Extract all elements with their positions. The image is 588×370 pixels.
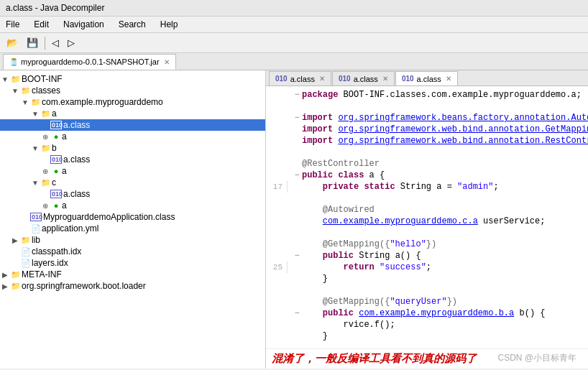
tree-node-c-folder[interactable]: ▼ 📁 c <box>0 177 265 188</box>
tree-node-c-aclass[interactable]: 010 a.class <box>0 188 265 200</box>
folder-icon: 📁 <box>40 109 52 119</box>
class-icon: 010 <box>50 121 62 129</box>
tree-node-a-folder[interactable]: ▼ 📁 a <box>0 108 265 119</box>
code-content: import org.springframework.web.bind.anno… <box>302 135 588 147</box>
code-line-import3: import org.springframework.web.bind.anno… <box>266 135 588 147</box>
tree-node-c-green[interactable]: ⊕ ● a <box>0 200 265 211</box>
code-content: import org.springframework.beans.factory… <box>302 112 588 124</box>
code-line-blank5 <box>266 285 588 296</box>
code-content: public com.example.myproguarddemo.b.a b(… <box>302 307 588 319</box>
green-icon: ● <box>50 201 62 210</box>
code-content <box>302 285 588 296</box>
watermark: CSDN @小目标青年 <box>497 352 576 364</box>
menu-navigation[interactable]: Navigation <box>60 18 107 31</box>
save-button[interactable]: 💾 <box>23 35 42 50</box>
code-line-restcontroller: @RestController <box>266 158 588 170</box>
line-toggle[interactable]: − <box>292 170 302 181</box>
code-content: package BOOT-INF.classes.com.example.myp… <box>302 89 588 101</box>
tree-panel[interactable]: ▼ 📁 BOOT-INF ▼ 📁 classes ▼ 📁 com.example… <box>0 70 266 369</box>
node-label: layers.idx <box>32 258 68 268</box>
code-line-import1: − import org.springframework.beans.facto… <box>266 112 588 124</box>
tree-node-a-green[interactable]: ⊕ ● a <box>0 131 265 142</box>
code-line-userservice: com.example.myproguarddemo.c.a userServi… <box>266 216 588 227</box>
expand-icon[interactable]: ▶ <box>0 271 10 279</box>
class-icon: 010 <box>50 190 62 198</box>
code-area[interactable]: − package BOOT-INF.classes.com.example.m… <box>266 86 588 348</box>
expand-icon[interactable]: ▼ <box>20 98 30 106</box>
annotation-text: 混淆了，一般反编译工具看不到真的源码了 <box>272 352 477 364</box>
line-toggle[interactable]: − <box>292 112 302 124</box>
node-label: b <box>52 143 57 153</box>
folder-icon: 📁 <box>40 178 52 188</box>
node-label: a <box>62 166 67 176</box>
line-toggle[interactable]: − <box>292 250 302 262</box>
back-button[interactable]: ◁ <box>48 35 63 50</box>
file-tab-jar[interactable]: 🫙 myproguarddemo-0.0.1-SNAPSHOT.jar ✕ <box>3 54 176 70</box>
menu-file[interactable]: File <box>3 18 22 31</box>
folder-icon: 📁 <box>10 282 22 291</box>
tree-node-classpath[interactable]: 📄 classpath.idx <box>0 246 265 257</box>
expand-icon[interactable]: ▶ <box>0 282 10 290</box>
tree-node-yml[interactable]: 📄 application.yml <box>0 223 265 234</box>
tree-node-app-class[interactable]: 010 MyproguarddemoApplication.class <box>0 211 265 223</box>
file-icon: 📄 <box>20 259 32 268</box>
line-number: 17 <box>266 181 288 193</box>
menu-search[interactable]: Search <box>116 18 149 31</box>
line-toggle[interactable]: − <box>292 89 302 101</box>
toolbar-separator <box>45 37 45 50</box>
class-icon: 010 <box>50 155 62 164</box>
tree-node-b-aclass[interactable]: 010 a.class <box>0 154 265 165</box>
tree-node-b-green[interactable]: ⊕ ● a <box>0 165 265 177</box>
expand-icon[interactable]: ⊕ <box>40 133 50 141</box>
expand-icon[interactable]: ▼ <box>30 179 40 187</box>
expand-icon[interactable]: ▶ <box>10 236 20 244</box>
tree-node-lib[interactable]: ▶ 📁 lib <box>0 234 265 246</box>
folder-icon: 📁 <box>10 270 22 279</box>
toolbar: 📂 💾 ◁ ▷ <box>0 33 588 53</box>
code-line-close-method: } <box>266 273 588 285</box>
menu-edit[interactable]: Edit <box>31 18 52 31</box>
tree-node-classes[interactable]: ▼ 📁 classes <box>0 85 265 96</box>
editor-tab-1[interactable]: 010 a.class ✕ <box>269 71 331 85</box>
editor-tab-close[interactable]: ✕ <box>319 75 325 83</box>
watermark-text: CSDN @小目标青年 <box>497 353 576 363</box>
code-content: } <box>302 273 588 285</box>
code-content <box>302 147 588 158</box>
tree-node-bootinf[interactable]: ▼ 📁 BOOT-INF <box>0 73 265 85</box>
class-icon: 010 <box>30 213 42 221</box>
open-button[interactable]: 📂 <box>3 35 22 50</box>
tree-node-b-folder[interactable]: ▼ 📁 b <box>0 142 265 154</box>
tree-node-com[interactable]: ▼ 📁 com.example.myproguarddemo <box>0 96 265 108</box>
editor-tab-2[interactable]: 010 a.class ✕ <box>332 71 395 85</box>
tree-node-a-class-selected[interactable]: 010 a.class <box>0 119 265 131</box>
code-line-import2: import org.springframework.web.bind.anno… <box>266 124 588 135</box>
tree-node-metainf[interactable]: ▶ 📁 META-INF <box>0 269 265 280</box>
forward-button[interactable]: ▷ <box>64 35 78 50</box>
folder-icon: 📁 <box>20 236 32 245</box>
tree-node-layers[interactable]: 📄 layers.idx <box>0 257 265 269</box>
expand-icon[interactable]: ▼ <box>0 75 10 83</box>
editor-tab-close[interactable]: ✕ <box>382 75 388 83</box>
line-toggle[interactable]: − <box>292 307 302 319</box>
expand-icon[interactable]: ▼ <box>10 87 20 95</box>
code-line-method-b: − public com.example.myproguarddemo.b.a … <box>266 307 588 319</box>
file-icon: 📄 <box>20 247 32 256</box>
menu-help[interactable]: Help <box>157 18 181 31</box>
jar-icon: 🫙 <box>9 58 18 66</box>
editor-panel: 010 a.class ✕ 010 a.class ✕ 010 a.class … <box>266 70 588 369</box>
code-line-blank <box>266 101 588 112</box>
folder-icon: 📁 <box>30 98 42 107</box>
node-label: a <box>62 200 67 211</box>
editor-tab-3[interactable]: 010 a.class ✕ <box>395 71 458 85</box>
node-label: a.class <box>63 189 90 199</box>
expand-icon[interactable]: ▼ <box>30 110 40 118</box>
editor-tab-label: a.class <box>354 75 378 83</box>
expand-icon[interactable]: ⊕ <box>40 167 50 175</box>
editor-tab-close[interactable]: ✕ <box>446 75 451 83</box>
expand-icon[interactable]: ▼ <box>30 144 40 152</box>
node-label: lib <box>32 235 40 245</box>
tree-node-loader[interactable]: ▶ 📁 org.springframework.boot.loader <box>0 280 265 292</box>
expand-icon[interactable]: ⊕ <box>40 202 50 210</box>
node-label: org.springframework.boot.loader <box>22 281 146 291</box>
file-tab-close[interactable]: ✕ <box>164 58 170 66</box>
